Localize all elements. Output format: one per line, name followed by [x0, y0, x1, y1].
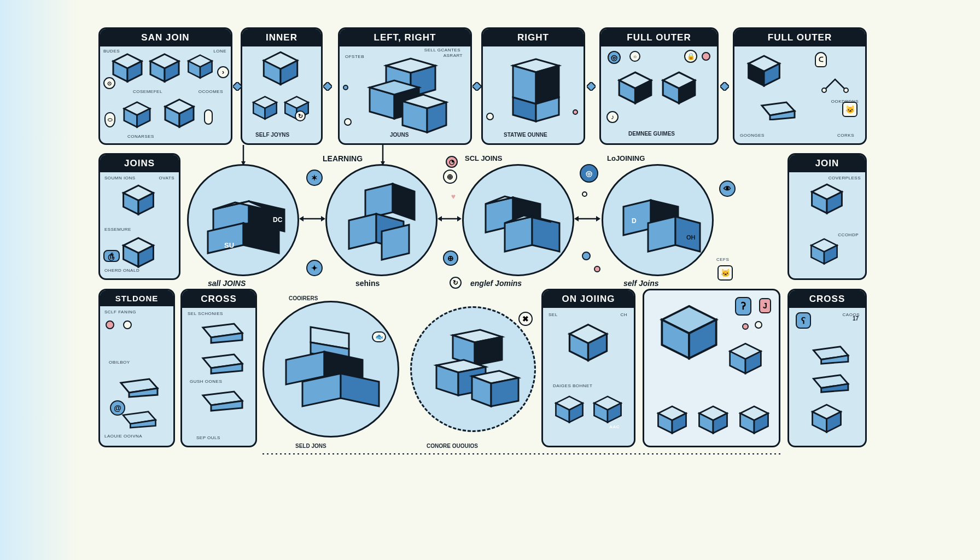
cube-icon: [163, 98, 196, 129]
label: SEL: [549, 312, 558, 317]
card-stldone: STLDONE SCLF FANING OBILBOY LAOUIE OOIVN…: [98, 289, 175, 447]
diagram-canvas: SAN JOIN BUDES LONE COSEMEFEL OCOOMES CO…: [98, 27, 880, 481]
cube-icon: [119, 237, 158, 269]
arrow-icon: [821, 74, 849, 96]
diamond-connector-icon: [472, 82, 481, 91]
e-badge-icon: ʔ: [735, 297, 751, 316]
dot-icon: [106, 320, 114, 329]
floating-label: LoJOINING: [607, 154, 645, 162]
label: ESSEMURE: [104, 227, 131, 232]
diamond-connector-icon: [587, 82, 596, 91]
cat-icon: 🐱: [842, 102, 858, 117]
label: DEMNEE GUIMES: [628, 131, 675, 137]
card-header: STLDONE: [100, 290, 173, 306]
svg-rect-156: [720, 82, 729, 91]
svg-point-50: [844, 88, 848, 92]
dot-icon: [123, 320, 132, 329]
card-bottom-big: ʔ J: [643, 289, 780, 447]
circle-node-bottom-2: [410, 306, 536, 432]
svg-text:D: D: [632, 217, 637, 225]
floating-label: CEFS: [716, 257, 729, 262]
label: SCLF FANING: [104, 310, 136, 314]
floating-label: englef Jomins: [470, 279, 522, 288]
vertical-connector: [380, 145, 386, 167]
dot-icon: [343, 85, 348, 90]
lock-icon: 🔒: [684, 50, 697, 63]
svg-marker-159: [241, 161, 246, 166]
cube-icon: [565, 323, 611, 363]
svg-marker-89: [349, 214, 376, 249]
label: OVATS: [159, 176, 174, 180]
label: COSEMEFEL: [133, 89, 162, 94]
flat-tile-icon: [111, 377, 160, 398]
cube-cluster-icon: [343, 179, 425, 264]
cube-icon: [808, 238, 841, 265]
svg-marker-100: [648, 217, 675, 252]
badge-icon: ✦: [306, 260, 323, 276]
globe-icon: ⊕: [443, 250, 458, 266]
svg-point-49: [822, 88, 826, 92]
cross-icon: ✖: [518, 312, 533, 326]
card-header: CROSS: [182, 290, 255, 308]
circle-node-3: [462, 164, 574, 276]
label: LAOUIE OOIVNA: [104, 434, 142, 439]
cube-cluster-icon: [475, 182, 565, 261]
j-badge-icon: J: [759, 298, 771, 313]
floating-label: self Joins: [623, 279, 659, 288]
flat-tile-icon: [803, 374, 852, 393]
label: OBILBOY: [109, 360, 130, 365]
card-header: LEFT, RIGHT: [340, 29, 470, 46]
floating-label: SCL JOINS: [465, 154, 502, 162]
cube-icon: [808, 183, 846, 215]
dot-icon: [742, 323, 749, 330]
cube-cluster-icon: [278, 322, 387, 420]
cube-icon: [122, 101, 152, 129]
card-cross-right: CROSS CAOOS ʕ 17: [788, 289, 867, 447]
svg-marker-98: [623, 200, 651, 235]
card-left-right: LEFT, RIGHT OFSTEB ASRART JOUNS SELL GCA…: [338, 27, 472, 145]
label: SEP OULS: [196, 435, 220, 440]
card-header: ON JOIING: [543, 290, 634, 308]
spiral-icon: ௹: [103, 250, 120, 262]
circle-node-2: [325, 164, 438, 276]
label: AAC: [609, 424, 620, 429]
label: OCOOMES: [199, 89, 223, 94]
label: SELF JOYNS: [255, 132, 289, 138]
label: LONE: [213, 49, 226, 54]
cube-icon: [744, 55, 784, 88]
label: COVERPLESS: [829, 176, 861, 180]
refresh-icon: ↻: [450, 277, 462, 289]
svg-marker-88: [393, 184, 415, 220]
pin-icon: ⬭: [104, 112, 115, 127]
svg-text:DC: DC: [273, 216, 283, 224]
label: ONNBE: [241, 90, 242, 107]
fish-icon: 🐟: [372, 331, 386, 342]
cube-icon: [615, 71, 656, 105]
label: CORKS: [837, 133, 854, 138]
connector-arrow: [573, 213, 603, 224]
cube-icon: [656, 304, 722, 361]
flat-tile-icon: [114, 410, 158, 429]
cube-icon: [553, 395, 586, 424]
target-icon: ◎: [608, 51, 621, 64]
svg-marker-106: [321, 216, 325, 221]
oval-icon: [204, 109, 213, 125]
svg-marker-111: [574, 216, 579, 221]
label: GUSH OONES: [190, 379, 222, 384]
label: 17: [853, 316, 859, 322]
svg-text:OH: OH: [686, 234, 696, 241]
svg-marker-118: [341, 374, 379, 406]
cube-icon: [655, 405, 689, 435]
label: COOIRERS: [289, 295, 318, 301]
cube-icon: [259, 51, 302, 86]
svg-marker-109: [457, 216, 462, 221]
dot-icon: [582, 252, 591, 260]
svg-marker-121: [475, 337, 502, 365]
music-icon: ♪: [606, 111, 619, 123]
dot-icon: [702, 52, 710, 61]
globe-icon: ⊕: [443, 170, 457, 184]
svg-marker-105: [299, 216, 304, 221]
card-header: SAN JOIN: [100, 29, 231, 46]
card-header: FULL OUTER: [601, 29, 717, 46]
svg-marker-112: [596, 216, 600, 221]
